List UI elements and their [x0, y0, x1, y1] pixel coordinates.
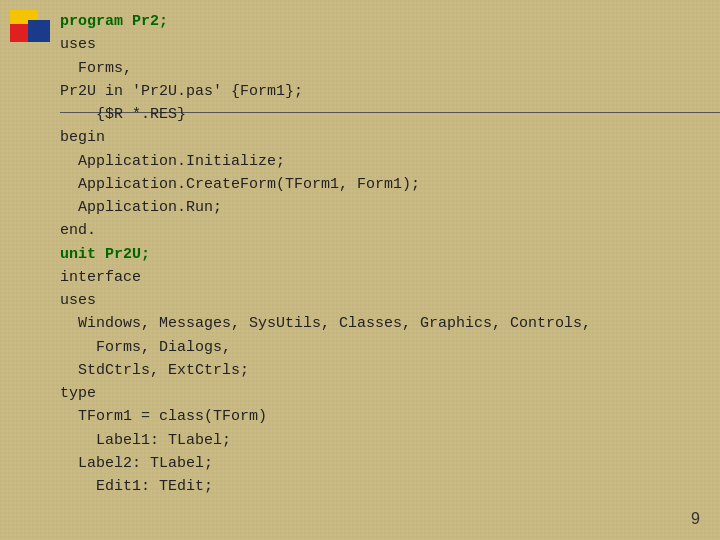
code-line-21: Edit1: TEdit; — [60, 475, 690, 498]
code-line-1: program Pr2; — [60, 10, 690, 33]
code-line-2: uses — [60, 33, 690, 56]
code-line-14: Windows, Messages, SysUtils, Classes, Gr… — [60, 312, 690, 335]
code-line-7: Application.Initialize; — [60, 150, 690, 173]
code-line-12: interface — [60, 266, 690, 289]
code-line-18: TForm1 = class(TForm) — [60, 405, 690, 428]
code-line-13: uses — [60, 289, 690, 312]
code-area: program Pr2; uses Forms, Pr2U in 'Pr2U.p… — [60, 10, 690, 510]
code-line-5: {$R *.RES} — [60, 103, 690, 126]
code-line-3: Forms, — [60, 57, 690, 80]
code-line-20: Label2: TLabel; — [60, 452, 690, 475]
code-line-10: end. — [60, 219, 690, 242]
code-line-8: Application.CreateForm(TForm1, Form1); — [60, 173, 690, 196]
code-line-11: unit Pr2U; — [60, 243, 690, 266]
logo-blue-square — [28, 20, 50, 42]
code-line-15: Forms, Dialogs, — [60, 336, 690, 359]
code-line-17: type — [60, 382, 690, 405]
logo-red-square — [10, 24, 28, 42]
code-line-6: begin — [60, 126, 690, 149]
code-line-16: StdCtrls, ExtCtrls; — [60, 359, 690, 382]
logo-area — [10, 10, 38, 38]
keyword-unit: unit Pr2U; — [60, 246, 150, 263]
code-line-9: Application.Run; — [60, 196, 690, 219]
page-number: 9 — [691, 510, 700, 528]
keyword-program: program Pr2; — [60, 13, 168, 30]
code-line-19: Label1: TLabel; — [60, 429, 690, 452]
slide: program Pr2; uses Forms, Pr2U in 'Pr2U.p… — [0, 0, 720, 540]
code-line-4: Pr2U in 'Pr2U.pas' {Form1}; — [60, 80, 690, 103]
